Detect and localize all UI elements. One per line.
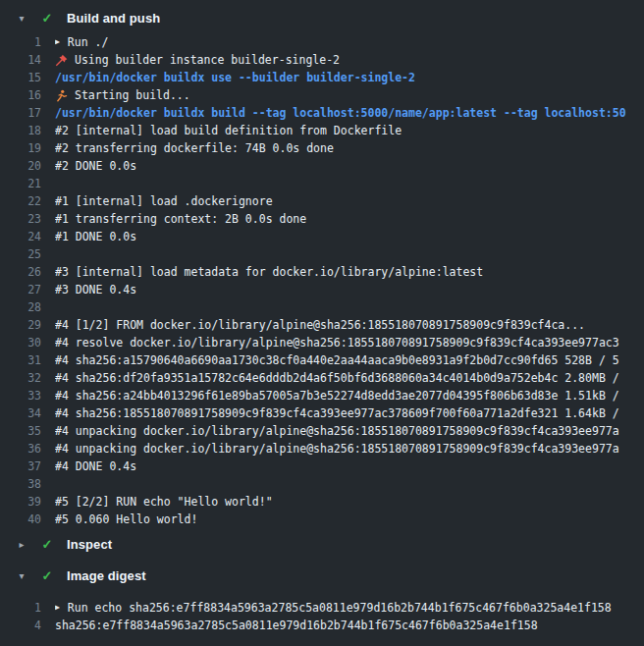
- line-number[interactable]: 32: [0, 369, 41, 387]
- log-text-value: /usr/bin/docker buildx build --tag local…: [55, 104, 626, 122]
- log-lines-build-and-push: 1▶Run ./14Using builder instance builder…: [0, 33, 644, 528]
- line-number[interactable]: 27: [0, 281, 41, 298]
- line-number[interactable]: 1: [0, 33, 41, 51]
- section-header-inspect[interactable]: ▸✓Inspect: [0, 528, 644, 560]
- log-line: 34#4 sha256:185518070891758909c9f839cf4c…: [0, 404, 644, 422]
- log-line: 24#1 DONE 0.0s: [0, 228, 644, 245]
- expand-group-icon[interactable]: ▶: [55, 33, 60, 51]
- log-text-value: #2 DONE 0.0s: [55, 157, 136, 175]
- log-text-value: /usr/bin/docker buildx use --builder bui…: [55, 69, 415, 86]
- line-number[interactable]: 37: [0, 458, 41, 475]
- line-number[interactable]: 16: [0, 86, 41, 104]
- chevron-right-icon[interactable]: ▸: [14, 539, 29, 550]
- pushpin-icon: [55, 53, 69, 67]
- log-line: 18#2 [internal] load build definition fr…: [0, 122, 644, 139]
- check-success-icon: ✓: [37, 537, 57, 552]
- line-number[interactable]: 26: [0, 263, 41, 281]
- log-text-value: #4 sha256:a15790640a6690aa1730c38cf0a440…: [55, 351, 619, 369]
- log-text-value: Run ./: [68, 33, 109, 51]
- line-number[interactable]: 17: [0, 104, 41, 122]
- log-text-value: #2 transferring dockerfile: 74B 0.0s don…: [55, 139, 334, 157]
- line-number[interactable]: 34: [0, 404, 41, 422]
- line-number[interactable]: 14: [0, 51, 41, 69]
- log-line[interactable]: 1▶Run ./: [0, 33, 644, 51]
- runner-icon: [55, 88, 69, 102]
- line-number[interactable]: 18: [0, 122, 41, 139]
- log-text: #4 unpacking docker.io/library/alpine@sh…: [55, 422, 619, 440]
- log-text-value: #4 unpacking docker.io/library/alpine@sh…: [55, 422, 619, 440]
- log-line: 25: [0, 245, 644, 263]
- log-line: 26#3 [internal] load metadata for docker…: [0, 263, 644, 281]
- log-text: sha256:e7ff8834a5963a2785c5a0811e979d16b…: [55, 617, 538, 634]
- log-text: #4 resolve docker.io/library/alpine@sha2…: [55, 334, 619, 351]
- line-number[interactable]: 22: [0, 192, 41, 210]
- line-number[interactable]: 36: [0, 440, 41, 458]
- line-number[interactable]: 1: [0, 599, 41, 617]
- line-number[interactable]: 30: [0, 334, 41, 351]
- log-text-value: #3 DONE 0.4s: [55, 281, 136, 298]
- log-text: #4 sha256:df20fa9351a15782c64e6dddb2d4a6…: [55, 369, 619, 387]
- line-number[interactable]: 25: [0, 245, 41, 263]
- line-number[interactable]: 19: [0, 139, 41, 157]
- log-line: 20#2 DONE 0.0s: [0, 157, 644, 175]
- log-text-value: Starting build...: [75, 86, 190, 104]
- log-line: 29#4 [1/2] FROM docker.io/library/alpine…: [0, 316, 644, 334]
- line-number[interactable]: 20: [0, 157, 41, 175]
- log-text-value: #4 sha256:df20fa9351a15782c64e6dddb2d4a6…: [55, 369, 619, 387]
- line-number[interactable]: 39: [0, 493, 41, 511]
- line-number[interactable]: 4: [0, 617, 41, 634]
- line-number[interactable]: 21: [0, 175, 41, 192]
- log-text-value: #4 sha256:a24bb4013296f61e89ba57005a7b3e…: [55, 387, 619, 404]
- line-number[interactable]: 23: [0, 210, 41, 228]
- chevron-down-icon[interactable]: ▾: [14, 13, 29, 24]
- log-text-value: Run echo sha256:e7ff8834a5963a2785c5a081…: [68, 599, 612, 617]
- log-line[interactable]: 1▶Run echo sha256:e7ff8834a5963a2785c5a0…: [0, 599, 644, 617]
- line-number[interactable]: 31: [0, 351, 41, 369]
- log-text: #2 [internal] load build definition from…: [55, 122, 402, 139]
- line-number[interactable]: 15: [0, 69, 41, 86]
- log-line: 22#1 [internal] load .dockerignore: [0, 192, 644, 210]
- log-line: 4sha256:e7ff8834a5963a2785c5a0811e979d16…: [0, 617, 644, 634]
- line-number[interactable]: 40: [0, 511, 41, 528]
- log-text: #2 transferring dockerfile: 74B 0.0s don…: [55, 139, 334, 157]
- log-text-value: #4 unpacking docker.io/library/alpine@sh…: [55, 440, 619, 458]
- log-text: Using builder instance builder-single-2: [55, 51, 340, 69]
- log-text-value: #4 sha256:185518070891758909c9f839cf4ca3…: [55, 404, 619, 422]
- log-text: #4 sha256:185518070891758909c9f839cf4ca3…: [55, 404, 619, 422]
- section-header-image-digest[interactable]: ▾✓Image digest: [0, 560, 644, 591]
- line-number[interactable]: 29: [0, 316, 41, 334]
- log-text-value: #3 [internal] load metadata for docker.i…: [55, 263, 483, 281]
- log-text: #1 DONE 0.0s: [55, 228, 136, 245]
- log-text-value: #5 0.060 Hello world!: [55, 511, 197, 528]
- section-header-build-and-push[interactable]: ▾✓Build and push: [0, 2, 644, 33]
- log-text-value: #4 DONE 0.4s: [55, 458, 136, 475]
- log-line: 37#4 DONE 0.4s: [0, 458, 644, 475]
- line-number[interactable]: 38: [0, 475, 41, 493]
- log-line: 21: [0, 175, 644, 192]
- section-title: Inspect: [67, 537, 112, 552]
- log-text: #1 transferring context: 2B 0.0s done: [55, 210, 306, 228]
- check-success-icon: ✓: [37, 11, 57, 26]
- log-line: 38: [0, 475, 644, 493]
- check-success-icon: ✓: [37, 568, 57, 583]
- log-lines-image-digest: 1▶Run echo sha256:e7ff8834a5963a2785c5a0…: [0, 591, 644, 634]
- log-line: 40#5 0.060 Hello world!: [0, 511, 644, 528]
- line-number[interactable]: 28: [0, 298, 41, 316]
- log-line: 30#4 resolve docker.io/library/alpine@sh…: [0, 334, 644, 351]
- log-text: #3 [internal] load metadata for docker.i…: [55, 263, 483, 281]
- log-text-value: #1 transferring context: 2B 0.0s done: [55, 210, 306, 228]
- expand-group-icon[interactable]: ▶: [55, 599, 60, 617]
- log-text: Starting build...: [55, 86, 190, 104]
- log-text-value: #1 [internal] load .dockerignore: [55, 192, 273, 210]
- log-line: 14Using builder instance builder-single-…: [0, 51, 644, 69]
- log-line: 19#2 transferring dockerfile: 74B 0.0s d…: [0, 139, 644, 157]
- log-line: 17/usr/bin/docker buildx build --tag loc…: [0, 104, 644, 122]
- log-text: #5 0.060 Hello world!: [55, 511, 197, 528]
- log-text: ▶Run ./: [55, 33, 108, 51]
- chevron-down-icon[interactable]: ▾: [14, 570, 29, 581]
- log-text-value: #4 resolve docker.io/library/alpine@sha2…: [55, 334, 619, 351]
- line-number[interactable]: 24: [0, 228, 41, 245]
- line-number[interactable]: 35: [0, 422, 41, 440]
- log-text-value: #4 [1/2] FROM docker.io/library/alpine@s…: [55, 316, 585, 334]
- line-number[interactable]: 33: [0, 387, 41, 404]
